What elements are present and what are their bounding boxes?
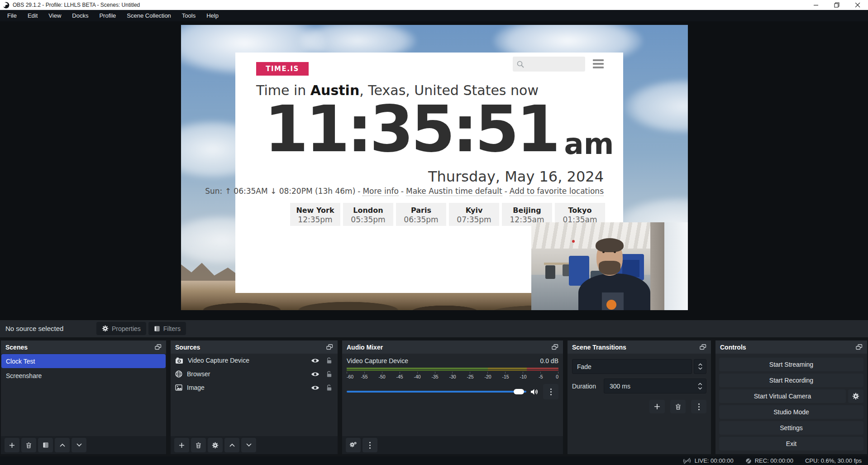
source-item-browser[interactable]: Browser (171, 367, 338, 381)
minimize-button[interactable] (806, 0, 826, 10)
cpu-fps-stats: CPU: 0.6%, 30.00 fps (805, 457, 862, 464)
start-recording-button[interactable]: Start Recording (719, 374, 863, 387)
audio-mixer-title: Audio Mixer (347, 344, 383, 351)
live-status: LIVE: 00:00:00 (682, 457, 734, 464)
start-streaming-button[interactable]: Start Streaming (719, 358, 863, 371)
start-virtual-camera-button[interactable]: Start Virtual Camera (719, 389, 846, 403)
hamburger-menu-icon[interactable] (593, 59, 604, 68)
source-item-video-capture[interactable]: Video Capture Device (171, 354, 338, 367)
chevron-down-icon[interactable] (698, 387, 702, 390)
menu-file[interactable]: File (2, 10, 22, 21)
menu-scene-collection[interactable]: Scene Collection (121, 10, 176, 21)
lock-open-icon[interactable] (326, 371, 332, 378)
add-scene-button[interactable] (5, 438, 19, 452)
menu-help[interactable]: Help (201, 10, 224, 21)
virtual-camera-config-button[interactable] (848, 389, 863, 403)
scenes-list: Clock Test Screenshare (1, 354, 166, 436)
sources-list: Video Capture Device Browser (171, 354, 338, 436)
add-transition-button[interactable] (649, 400, 665, 413)
settings-button[interactable]: Settings (719, 421, 863, 435)
source-properties-button[interactable] (208, 438, 223, 452)
eye-visible-icon[interactable] (311, 358, 320, 364)
restore-button[interactable] (826, 0, 847, 10)
gear-icon (212, 442, 219, 449)
chevron-up-icon[interactable] (698, 383, 702, 385)
gear-icon (852, 393, 859, 400)
scene-filters-button[interactable] (38, 438, 53, 452)
chevron-up-icon (698, 363, 702, 366)
transitions-body: Fade Duration 300 ms (568, 354, 711, 454)
studio-mode-button[interactable]: Studio Mode (719, 405, 863, 419)
source-toolbar: No source selected Properties Filters (0, 320, 868, 337)
move-source-down-button[interactable] (241, 438, 256, 452)
filters-icon (43, 442, 49, 448)
popout-icon[interactable] (856, 344, 863, 350)
eye-visible-icon[interactable] (311, 385, 320, 391)
popout-icon[interactable] (700, 344, 706, 350)
controls-header[interactable]: Controls (715, 340, 867, 354)
audio-mixer-panel: Audio Mixer Video Capture Device 0.0 dB (342, 340, 563, 454)
volume-slider-handle[interactable] (514, 389, 524, 394)
preview-canvas[interactable]: TIME.IS Time in Austin, Texas, United St… (181, 25, 688, 310)
obs-window: OBS 29.1.2 - Profile: LLHLS BETA - Scene… (0, 0, 868, 465)
sources-header[interactable]: Sources (171, 340, 338, 354)
menu-bar: File Edit View Docks Profile Scene Colle… (0, 10, 868, 21)
transition-select[interactable]: Fade (572, 359, 692, 374)
transition-menu-button[interactable] (691, 400, 706, 413)
live-timer: LIVE: 00:00:00 (695, 457, 734, 464)
scenes-panel: Scenes Clock Test Screenshare (1, 340, 166, 454)
mixer-channel-menu-button[interactable] (543, 384, 558, 399)
filters-button[interactable]: Filters (148, 322, 186, 335)
chevron-up-icon (229, 443, 235, 447)
remove-source-button[interactable] (191, 438, 206, 452)
source-item-image[interactable]: Image (171, 381, 338, 394)
eye-visible-icon[interactable] (311, 371, 320, 377)
cloud (625, 79, 688, 134)
webcam-pillar (650, 222, 664, 310)
transition-select-arrows[interactable] (694, 359, 706, 374)
remove-scene-button[interactable] (21, 438, 36, 452)
volume-slider[interactable] (347, 391, 526, 393)
popout-icon[interactable] (326, 344, 333, 350)
close-button[interactable] (847, 0, 868, 10)
scenes-header[interactable]: Scenes (1, 340, 166, 354)
favorite-locations-link[interactable]: Add to favorite locations (510, 187, 604, 196)
transitions-header[interactable]: Scene Transitions (568, 340, 711, 354)
audio-mixer-body: Video Capture Device 0.0 dB -60 -55 -50 … (342, 354, 563, 436)
mixer-menu-button[interactable] (362, 438, 377, 452)
add-source-button[interactable] (174, 438, 189, 452)
scenes-toolbar (1, 436, 166, 454)
popout-icon[interactable] (552, 344, 558, 350)
lock-open-icon[interactable] (326, 384, 332, 391)
world-clock-new-york[interactable]: New York 12:35pm (290, 203, 340, 226)
advanced-audio-button[interactable] (346, 438, 361, 452)
properties-button[interactable]: Properties (96, 322, 146, 335)
move-source-up-button[interactable] (224, 438, 239, 452)
world-clock-kyiv[interactable]: Kyiv 07:35pm (449, 203, 499, 226)
move-scene-up-button[interactable] (55, 438, 70, 452)
timeis-logo[interactable]: TIME.IS (256, 62, 309, 76)
lock-open-icon[interactable] (326, 357, 332, 364)
sources-title: Sources (175, 344, 200, 351)
world-clock-paris[interactable]: Paris 06:35pm (396, 203, 446, 226)
scene-item-screenshare[interactable]: Screenshare (1, 369, 166, 383)
remove-transition-button[interactable] (670, 400, 686, 413)
menu-profile[interactable]: Profile (94, 10, 121, 21)
make-default-link[interactable]: Make Austin time default (406, 187, 502, 196)
menu-tools[interactable]: Tools (176, 10, 201, 21)
menu-edit[interactable]: Edit (22, 10, 43, 21)
move-scene-down-button[interactable] (72, 438, 86, 452)
menu-docks[interactable]: Docks (67, 10, 94, 21)
scene-item-clock-test[interactable]: Clock Test (1, 354, 166, 368)
more-info-link[interactable]: More info (362, 187, 398, 196)
exit-button[interactable]: Exit (719, 437, 863, 451)
audio-mixer-header[interactable]: Audio Mixer (342, 340, 563, 354)
search-input[interactable] (513, 57, 585, 72)
clock-meridiem: am (564, 129, 614, 158)
popout-icon[interactable] (155, 344, 162, 350)
speaker-icon[interactable] (530, 388, 539, 395)
duration-spinbox[interactable]: 300 ms (604, 379, 706, 393)
menu-view[interactable]: View (43, 10, 67, 21)
world-clock-london[interactable]: London 05:35pm (343, 203, 393, 226)
stream-inactive-icon (682, 458, 692, 464)
